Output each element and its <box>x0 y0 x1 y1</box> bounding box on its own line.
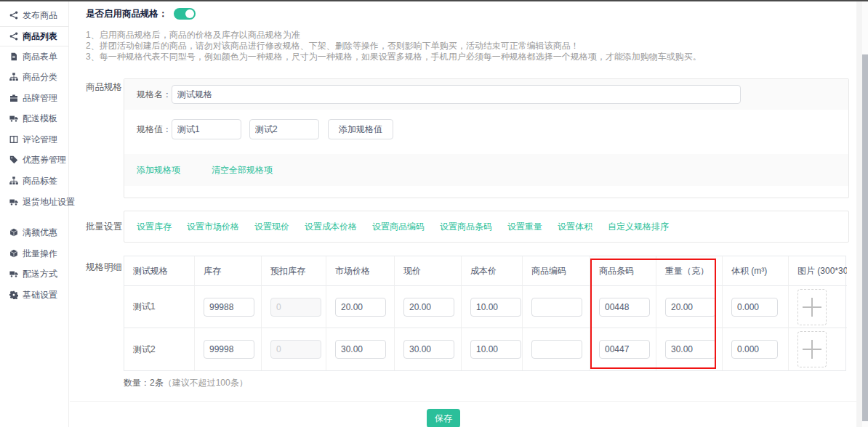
row1-image-cell <box>789 286 847 328</box>
row1-barcode-input[interactable] <box>599 298 650 317</box>
sidebar-item-label: 满额优惠 <box>23 227 57 239</box>
row1-price-cell <box>395 286 462 328</box>
batch-link-2[interactable]: 设置现价 <box>254 221 289 233</box>
spec-panel: 规格名： 规格值： 添加规格值 添加规格项 清空全部规格项 <box>124 78 849 198</box>
sidebar-item-7[interactable]: 优惠券管理 <box>0 150 69 170</box>
row1-image-upload-button[interactable] <box>797 289 827 325</box>
batch-section-title: 批量设置 <box>86 221 122 233</box>
spec-enable-label: 是否启用商品规格： <box>86 8 168 20</box>
note-line-3: 3、每一种规格代表不同型号，例如颜色为一种规格，尺寸为一种规格，如果设置多规格，… <box>86 52 702 62</box>
sidebar-item-13[interactable]: 基础设置 <box>0 285 69 305</box>
row1-reserved-cell <box>262 286 326 328</box>
sidebar-item-9[interactable]: 退货地址设置 <box>0 192 69 212</box>
batch-link-8[interactable]: 自定义规格排序 <box>608 221 669 233</box>
window-top-edge <box>0 0 868 1</box>
batch-links-panel: 设置库存设置市场价格设置现价设置成本价格设置商品编码设置商品条码设置重量设置体积… <box>124 211 849 243</box>
batch-link-4[interactable]: 设置商品编码 <box>372 221 425 233</box>
sidebar-item-label: 商品分类 <box>23 71 57 84</box>
row2-price-input[interactable] <box>403 340 454 359</box>
row2-volume-cell <box>723 328 789 370</box>
spec-detail-table: 测试规格 库存 预扣库存 市场价格 现价 成本价 商品编码 商品条码 重量（克）… <box>124 256 846 371</box>
row2-stock-cell <box>195 328 262 370</box>
row2-reserved-cell <box>262 328 326 370</box>
spec-value-label: 规格值： <box>137 123 172 136</box>
row2-cost-price-cell <box>462 328 523 370</box>
row1-product-code-input[interactable] <box>531 298 582 317</box>
row1-reserved-input <box>270 298 321 317</box>
sidebar-item-label: 品牌管理 <box>23 92 57 105</box>
batch-link-6[interactable]: 设置重量 <box>507 221 542 233</box>
row2-cost-price-input[interactable] <box>470 340 521 359</box>
sidebar-item-0[interactable]: 发布商品 <box>0 5 69 25</box>
col-header-stock: 库存 <box>195 256 262 286</box>
row2-weight-cell <box>656 328 723 370</box>
batch-link-7[interactable]: 设置体积 <box>558 221 592 233</box>
sidebar-item-label: 评论管理 <box>23 134 57 146</box>
batch-link-1[interactable]: 设置市场价格 <box>187 221 239 233</box>
row2-weight-input[interactable] <box>665 340 716 359</box>
add-spec-item-link[interactable]: 添加规格项 <box>137 164 180 176</box>
row2-image-upload-button[interactable] <box>797 331 827 367</box>
batch-link-0[interactable]: 设置库存 <box>137 221 172 233</box>
row2-volume-input[interactable] <box>731 340 778 359</box>
spec-enable-toggle[interactable] <box>174 8 196 20</box>
sidebar-item-6[interactable]: 评论管理 <box>0 129 69 150</box>
batch-link-5[interactable]: 设置商品条码 <box>440 221 492 233</box>
spec-value-input-1[interactable] <box>172 119 241 139</box>
row2-product-code-cell <box>523 328 590 370</box>
count-prefix: 数量： <box>124 378 150 388</box>
sidebar-item-5[interactable]: 配送模板 <box>0 108 69 129</box>
plus-icon <box>803 340 821 359</box>
row2-product-code-input[interactable] <box>531 340 582 359</box>
sidebar-item-label: 配送模板 <box>23 113 57 125</box>
sidebar-item-8[interactable]: 商品标签 <box>0 171 69 191</box>
vertical-scrollbar[interactable] <box>862 1 868 427</box>
spec-enable-row: 是否启用商品规格： <box>86 7 196 20</box>
clear-all-spec-link[interactable]: 清空全部规格项 <box>212 164 273 176</box>
spec-name-input[interactable] <box>172 85 741 104</box>
content-gutter <box>856 1 862 427</box>
row1-market-price-input[interactable] <box>335 298 386 317</box>
sidebar: 发布商品商品列表商品表单商品分类品牌管理配送模板评论管理优惠券管理商品标签退货地… <box>0 1 69 427</box>
sidebar-item-4[interactable]: 品牌管理 <box>0 88 69 108</box>
row1-volume-input[interactable] <box>731 298 778 317</box>
row1-cost-price-input[interactable] <box>470 298 521 317</box>
row2-reserved-input <box>270 340 321 359</box>
sidebar-item-12[interactable]: 配送方式 <box>0 264 69 284</box>
row1-weight-cell <box>656 286 723 328</box>
row2-barcode-input[interactable] <box>599 340 650 359</box>
gear-icon <box>9 290 18 299</box>
plus-icon <box>803 298 821 317</box>
row2-stock-input[interactable] <box>204 340 254 359</box>
scrollbar-thumb[interactable] <box>862 54 868 421</box>
spec-name-label: 规格名： <box>137 89 172 101</box>
row1-barcode-cell <box>590 286 656 328</box>
truck-icon <box>9 198 18 206</box>
sidebar-item-label: 商品列表 <box>23 30 57 43</box>
batch-link-3[interactable]: 设置成本价格 <box>305 221 357 233</box>
col-header-market-price: 市场价格 <box>326 256 395 286</box>
sidebar-item-10[interactable]: 满额优惠 <box>0 222 69 243</box>
save-button[interactable]: 保存 <box>427 409 460 427</box>
file-icon <box>9 52 18 61</box>
sidebar-item-1[interactable]: 商品列表 <box>0 26 69 46</box>
columns-icon <box>9 135 18 144</box>
detail-section-title: 规格明细 <box>86 261 122 274</box>
share-icon <box>9 32 18 41</box>
row2-market-price-input[interactable] <box>335 340 386 359</box>
row1-spec-name: 测试1 <box>124 286 195 328</box>
row1-price-input[interactable] <box>403 298 454 317</box>
sidebar-item-label: 商品标签 <box>23 175 57 187</box>
sidebar-item-2[interactable]: 商品表单 <box>0 46 69 67</box>
count-value: 2条 <box>150 378 164 388</box>
spec-value-input-2[interactable] <box>249 119 319 139</box>
sidebar-item-3[interactable]: 商品分类 <box>0 67 69 87</box>
sidebar-item-11[interactable]: 批量操作 <box>0 243 69 264</box>
row1-weight-input[interactable] <box>665 298 716 317</box>
row1-stock-input[interactable] <box>204 298 254 317</box>
row1-cost-price-cell <box>462 286 523 328</box>
row2-spec-name: 测试2 <box>124 328 195 370</box>
add-spec-value-button[interactable]: 添加规格值 <box>328 119 393 139</box>
row1-volume-cell <box>723 286 789 328</box>
tag-icon <box>9 155 18 164</box>
